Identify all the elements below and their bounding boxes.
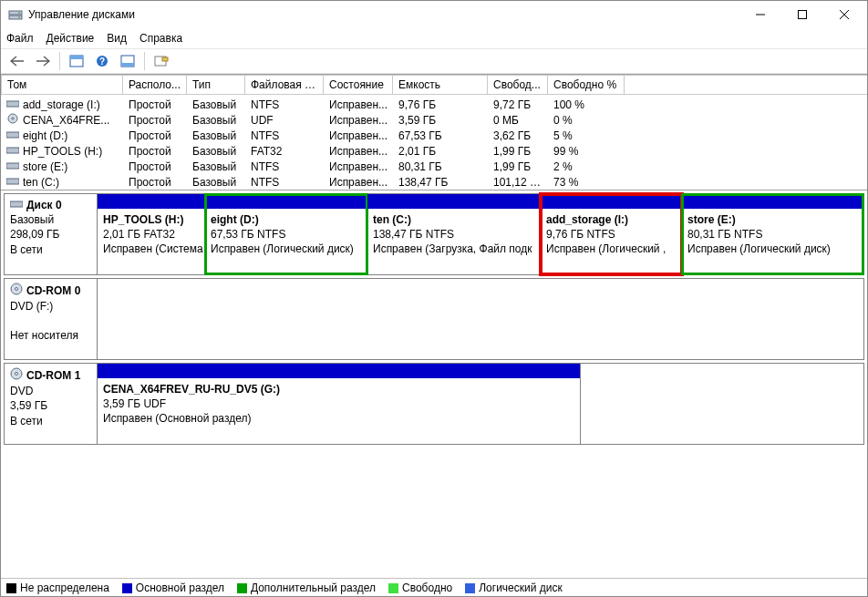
disk-icon — [6, 129, 19, 140]
partition-ten[interactable]: ten (C:)138,47 ГБ NTFSИсправен (Загрузка… — [367, 194, 541, 274]
col-spacer — [625, 75, 867, 95]
volume-name-cell: CENA_X64FRE... — [1, 113, 123, 127]
svg-rect-21 — [6, 163, 19, 169]
disk-map-pane: Диск 0 Базовый 298,09 ГБ В сети HP_TOOLS… — [1, 190, 867, 578]
toolbar-separator — [144, 52, 145, 70]
legend-extended: Дополнительный раздел — [237, 582, 376, 594]
svg-rect-13 — [121, 63, 134, 67]
view-bottom-icon[interactable] — [117, 51, 139, 71]
col-status[interactable]: Состояние — [324, 75, 393, 95]
disk-info[interactable]: CD-ROM 0 DVD (F:) Нет носителя — [5, 279, 98, 359]
legend: Не распределена Основной раздел Дополнит… — [1, 578, 867, 596]
partition-add-storage[interactable]: add_storage (I:)9,76 ГБ NTFSИсправен (Ло… — [541, 194, 682, 274]
svg-rect-22 — [6, 179, 19, 184]
svg-rect-20 — [6, 148, 19, 153]
volume-list: Том Располо... Тип Файловая с... Состоян… — [1, 74, 867, 190]
partition-empty — [581, 364, 863, 444]
col-fs[interactable]: Файловая с... — [245, 75, 324, 95]
view-top-icon[interactable] — [66, 51, 88, 71]
disk-info[interactable]: Диск 0 Базовый 298,09 ГБ В сети — [5, 194, 98, 274]
volume-rows: add_storage (I:)ПростойБазовыйNTFSИсправ… — [1, 95, 867, 190]
table-row[interactable]: HP_TOOLS (H:)ПростойБазовыйFAT32Исправен… — [1, 143, 867, 159]
table-row[interactable]: ten (C:)ПростойБазовыйNTFSИсправен...138… — [1, 174, 867, 190]
svg-text:?: ? — [99, 57, 105, 67]
svg-rect-16 — [6, 101, 19, 107]
menu-help[interactable]: Справка — [140, 32, 182, 45]
svg-point-25 — [16, 288, 18, 291]
back-button[interactable] — [6, 51, 28, 71]
legend-free: Свободно — [388, 582, 452, 594]
col-volume[interactable]: Том — [1, 75, 123, 95]
col-type[interactable]: Тип — [187, 75, 245, 95]
cd0-empty — [98, 279, 863, 359]
partition-eight[interactable]: eight (D:)67,53 ГБ NTFSИсправен (Логичес… — [205, 194, 367, 274]
settings-icon[interactable] — [150, 51, 172, 71]
disk-row-cd1: CD-ROM 1 DVD 3,59 ГБ В сети CENA_X64FREV… — [4, 363, 864, 445]
menu-action[interactable]: Действие — [46, 32, 95, 45]
col-capacity[interactable]: Емкость — [393, 75, 488, 95]
legend-unallocated: Не распределена — [6, 582, 109, 594]
volume-name-cell: ten (C:) — [1, 176, 123, 189]
disk-icon — [10, 198, 23, 212]
svg-rect-5 — [799, 11, 807, 19]
toolbar-separator — [59, 52, 60, 70]
disk-icon — [6, 160, 19, 171]
cd-icon — [10, 283, 23, 299]
menu-bar: Файл Действие Вид Справка — [1, 28, 867, 48]
legend-logical: Логический диск — [465, 582, 563, 594]
disk-icon — [6, 145, 19, 156]
partition-hp-tools[interactable]: HP_TOOLS (H:)2,01 ГБ FAT32Исправен (Сист… — [98, 194, 205, 274]
disk-info[interactable]: CD-ROM 1 DVD 3,59 ГБ В сети — [5, 364, 98, 444]
col-free[interactable]: Свобод... — [488, 75, 548, 95]
disk-icon — [6, 98, 19, 109]
disk-icon — [6, 176, 19, 187]
svg-rect-23 — [10, 201, 23, 207]
volume-name-cell: eight (D:) — [1, 129, 123, 142]
cd-icon — [6, 113, 19, 124]
partition-store[interactable]: store (E:)80,31 ГБ NTFSИсправен (Логичес… — [682, 194, 863, 274]
table-row[interactable]: store (E:)ПростойБазовыйNTFSИсправен...8… — [1, 159, 867, 174]
forward-button[interactable] — [32, 51, 54, 71]
app-icon — [8, 7, 23, 22]
volume-header-row: Том Располо... Тип Файловая с... Состоян… — [1, 75, 867, 95]
table-row[interactable]: add_storage (I:)ПростойБазовыйNTFSИсправ… — [1, 97, 867, 112]
close-button[interactable] — [823, 1, 865, 28]
maximize-button[interactable] — [781, 1, 823, 28]
title-bar: Управление дисками — [1, 1, 867, 28]
svg-rect-19 — [6, 132, 19, 138]
menu-view[interactable]: Вид — [107, 32, 127, 45]
help-icon[interactable]: ? — [91, 51, 113, 71]
volume-name-cell: HP_TOOLS (H:) — [1, 145, 123, 158]
svg-rect-0 — [9, 11, 22, 15]
svg-point-3 — [18, 16, 20, 18]
disk-row-0: Диск 0 Базовый 298,09 ГБ В сети HP_TOOLS… — [4, 193, 864, 275]
partition-cena[interactable]: CENA_X64FREV_RU-RU_DV5 (G:)3,59 ГБ UDFИс… — [98, 364, 581, 444]
col-freepct[interactable]: Свободно % — [548, 75, 625, 95]
window-title: Управление дисками — [28, 8, 739, 21]
disk-row-cd0: CD-ROM 0 DVD (F:) Нет носителя — [4, 278, 864, 360]
svg-rect-15 — [162, 57, 168, 61]
svg-rect-1 — [9, 15, 22, 19]
svg-point-2 — [18, 12, 20, 14]
toolbar: ? — [1, 48, 867, 74]
svg-rect-9 — [70, 56, 83, 59]
volume-name-cell: store (E:) — [1, 160, 123, 173]
menu-file[interactable]: Файл — [6, 32, 34, 45]
volume-name-cell: add_storage (I:) — [1, 98, 123, 111]
svg-point-27 — [16, 373, 18, 376]
minimize-button[interactable] — [739, 1, 781, 28]
legend-primary: Основной раздел — [122, 582, 224, 594]
col-layout[interactable]: Располо... — [123, 75, 187, 95]
disk0-partitions: HP_TOOLS (H:)2,01 ГБ FAT32Исправен (Сист… — [98, 194, 863, 274]
svg-point-18 — [12, 118, 14, 119]
table-row[interactable]: CENA_X64FRE...ПростойБазовыйUDFИсправен.… — [1, 112, 867, 128]
cd1-partitions: CENA_X64FREV_RU-RU_DV5 (G:)3,59 ГБ UDFИс… — [98, 364, 863, 444]
cd-icon — [10, 367, 23, 384]
table-row[interactable]: eight (D:)ПростойБазовыйNTFSИсправен...6… — [1, 128, 867, 143]
